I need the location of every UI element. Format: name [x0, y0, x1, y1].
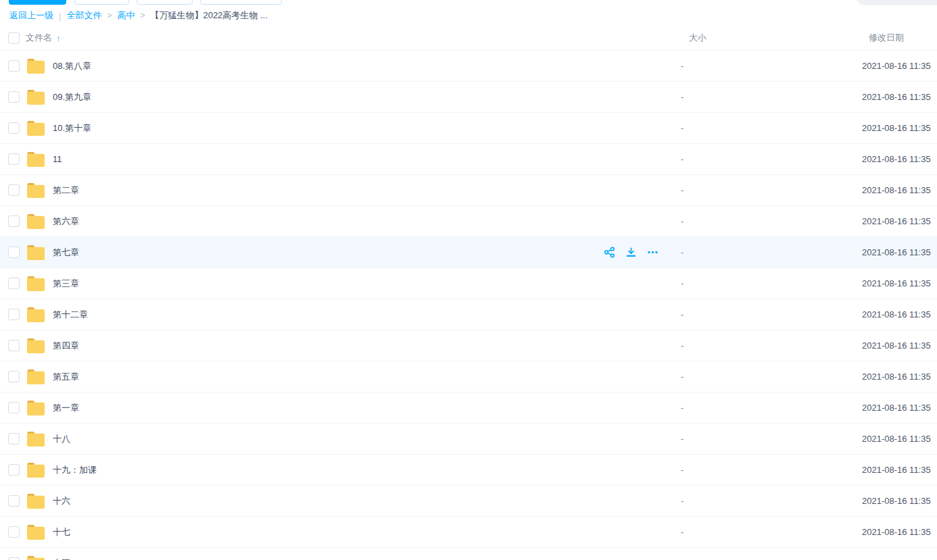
file-modified-date: 2021-08-16 11:35 — [862, 154, 937, 164]
file-size: - — [681, 123, 862, 133]
select-all-checkbox[interactable] — [8, 32, 20, 44]
more-icon[interactable] — [647, 247, 658, 258]
file-size: - — [681, 403, 862, 413]
sort-ascending-icon[interactable]: ↑ — [56, 33, 61, 43]
row-checkbox[interactable] — [8, 60, 20, 72]
column-header-size[interactable]: 大小 — [681, 32, 862, 44]
table-row[interactable]: 第二章 — [0, 175, 937, 206]
row-checkbox[interactable] — [8, 122, 20, 134]
breadcrumb-link-all-files[interactable]: 全部文件 — [66, 9, 101, 22]
table-row[interactable]: 十八 — [0, 424, 937, 455]
row-name-cell: 11 — [0, 144, 681, 174]
folder-icon — [27, 370, 45, 384]
row-checkbox[interactable] — [8, 247, 20, 258]
row-checkbox[interactable] — [8, 184, 20, 196]
file-modified-date: 2021-08-16 11:35 — [862, 372, 937, 382]
toolbar-button-2[interactable] — [74, 0, 129, 5]
file-name[interactable]: 第五章 — [53, 371, 79, 383]
toolbar-button-3[interactable] — [137, 0, 193, 5]
file-name[interactable]: 十九：加课 — [53, 464, 97, 476]
row-checkbox[interactable] — [8, 402, 20, 413]
table-row[interactable]: 第四章 — [0, 330, 937, 361]
row-checkbox[interactable] — [8, 91, 20, 103]
breadcrumb-current-folder: 【万猛生物】2022高考生物 ... — [150, 9, 267, 22]
file-name[interactable]: 第六章 — [53, 215, 79, 228]
folder-icon — [27, 307, 45, 322]
file-name[interactable]: 第二章 — [53, 184, 79, 197]
table-row[interactable]: 第十二章 — [0, 299, 937, 330]
search-pill[interactable] — [855, 0, 937, 5]
share-icon[interactable] — [604, 247, 615, 258]
row-checkbox[interactable] — [8, 215, 20, 227]
row-name-cell: 十八 — [0, 424, 681, 454]
breadcrumb-link-gaozhong[interactable]: 高中 — [117, 9, 135, 22]
file-modified-date: 2021-08-16 11:35 — [862, 309, 937, 320]
file-modified-date: 2021-08-16 11:35 — [862, 465, 937, 475]
table-row[interactable]: 11 — [0, 144, 937, 175]
row-name-cell: 第一章 — [0, 392, 681, 423]
table-row[interactable]: 第三章 — [0, 268, 937, 299]
file-name[interactable]: 十七 — [53, 526, 70, 538]
folder-icon — [27, 245, 45, 260]
table-row[interactable]: 第五章 — [0, 361, 937, 392]
folder-icon — [27, 463, 45, 478]
file-modified-date: 2021-08-16 11:35 — [862, 216, 937, 226]
file-modified-date: 2021-08-16 11:35 — [862, 123, 937, 133]
file-name[interactable]: 10.第十章 — [53, 122, 91, 134]
row-checkbox[interactable] — [8, 526, 20, 538]
file-name[interactable]: 第七章 — [53, 247, 79, 259]
toolbar-primary-button[interactable] — [9, 0, 66, 5]
table-row[interactable]: 十三 — [0, 548, 937, 560]
row-name-cell: 第二章 — [0, 175, 681, 205]
table-row[interactable]: 十六 — [0, 486, 937, 517]
table-row[interactable]: 第六章 — [0, 206, 937, 237]
table-row[interactable]: 第一章 — [0, 392, 937, 424]
toolbar-button-4[interactable] — [200, 0, 282, 5]
folder-icon — [27, 59, 45, 74]
folder-icon — [27, 183, 45, 198]
table-row[interactable]: 十九：加课 — [0, 455, 937, 486]
table-row[interactable]: 10.第十章 — [0, 113, 937, 144]
file-name[interactable]: 十三 — [53, 557, 70, 560]
file-name[interactable]: 11 — [53, 154, 62, 164]
download-icon[interactable] — [625, 247, 637, 258]
breadcrumb-back-link[interactable]: 返回上一级 — [9, 9, 53, 22]
file-name[interactable]: 09.第九章 — [53, 91, 91, 103]
file-name[interactable]: 十八 — [53, 433, 70, 445]
file-name[interactable]: 第十二章 — [53, 309, 88, 321]
row-checkbox[interactable] — [8, 433, 20, 444]
breadcrumb-divider: | — [59, 11, 61, 21]
row-name-cell: 十九：加课 — [0, 455, 681, 485]
file-size: - — [681, 92, 862, 102]
column-header-filename[interactable]: 文件名 — [26, 32, 52, 44]
file-name[interactable]: 十六 — [53, 495, 70, 507]
row-checkbox[interactable] — [8, 464, 20, 476]
table-row[interactable]: 08.第八章 — [0, 51, 937, 82]
column-header-modified[interactable]: 修改日期 — [862, 32, 937, 44]
table-row[interactable]: 十七 — [0, 517, 937, 548]
table-row[interactable]: 第七章 — [0, 237, 937, 268]
row-checkbox[interactable] — [8, 278, 20, 289]
row-checkbox[interactable] — [8, 371, 20, 382]
table-row[interactable]: 09.第九章 — [0, 82, 937, 113]
row-name-cell: 十七 — [0, 517, 681, 547]
file-size: - — [681, 465, 862, 475]
file-size: - — [681, 154, 862, 164]
folder-icon — [27, 338, 45, 353]
row-checkbox[interactable] — [8, 557, 20, 560]
breadcrumb: 返回上一级 | 全部文件 > 高中 > 【万猛生物】2022高考生物 ... — [0, 5, 937, 26]
file-name[interactable]: 第三章 — [53, 278, 79, 290]
row-checkbox[interactable] — [8, 495, 20, 507]
file-modified-date: 2021-08-16 11:35 — [862, 496, 937, 506]
row-checkbox[interactable] — [8, 340, 20, 351]
file-name[interactable]: 第一章 — [53, 402, 79, 414]
file-name[interactable]: 08.第八章 — [53, 60, 91, 72]
file-manager-screen: 返回上一级 | 全部文件 > 高中 > 【万猛生物】2022高考生物 ... 文… — [0, 0, 937, 560]
row-checkbox[interactable] — [8, 153, 20, 165]
row-checkbox[interactable] — [8, 309, 20, 320]
file-size: - — [681, 496, 862, 506]
file-name[interactable]: 第四章 — [53, 340, 79, 352]
file-size: - — [681, 61, 862, 71]
row-name-cell: 第十二章 — [0, 299, 681, 330]
file-size: - — [681, 216, 862, 226]
